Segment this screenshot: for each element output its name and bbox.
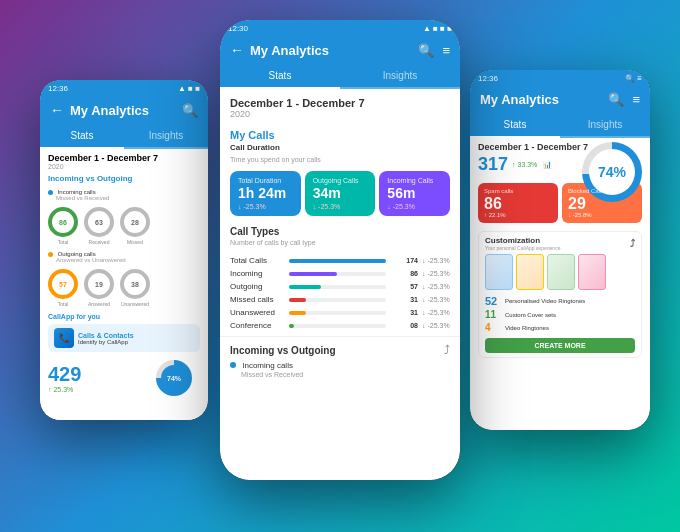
call-type-value-2: 57 bbox=[390, 283, 418, 290]
right-content: December 1 - December 7 74% 317 ↑ 33.3% … bbox=[470, 138, 650, 430]
customization-label: Customization bbox=[485, 236, 560, 245]
center-filter-icon[interactable]: ≡ bbox=[442, 43, 450, 58]
right-tab-insights[interactable]: Insights bbox=[560, 113, 650, 136]
call-type-bar-3 bbox=[289, 298, 306, 302]
custom-cover-label: Custom Cover sets bbox=[505, 312, 556, 318]
total-duration-value: 1h 24m bbox=[238, 186, 293, 201]
center-year: 2020 bbox=[230, 109, 450, 119]
phone-left: 12:36 ▲ ■ ■ ← My Analytics 🔍 Stats Insig… bbox=[40, 80, 208, 420]
call-types-table: Total Calls 174 ↓ -25.3% Incoming 86 ↓ -… bbox=[220, 250, 460, 336]
right-app-header: My Analytics 🔍 ≡ bbox=[470, 86, 650, 113]
right-status-icons: 🔍 ≡ bbox=[625, 74, 642, 83]
call-type-bar-container-0 bbox=[289, 259, 386, 263]
call-type-bar-4 bbox=[289, 311, 306, 315]
right-tab-stats[interactable]: Stats bbox=[470, 113, 560, 138]
incoming-outgoing-label: Incoming vs Outgoing bbox=[230, 345, 336, 356]
call-type-bar-container-2 bbox=[289, 285, 386, 289]
call-type-value-0: 174 bbox=[390, 257, 418, 264]
call-type-change-1: ↓ -25.3% bbox=[422, 270, 450, 277]
thumbnail-row bbox=[485, 254, 635, 290]
call-type-change-4: ↓ -25.3% bbox=[422, 309, 450, 316]
call-type-value-4: 31 bbox=[390, 309, 418, 316]
call-type-row: Total Calls 174 ↓ -25.3% bbox=[230, 254, 450, 267]
call-type-label-2: Outgoing bbox=[230, 282, 285, 291]
create-more-button[interactable]: CREATE MORE bbox=[485, 338, 635, 353]
video-ringtone-label: Video Ringtones bbox=[505, 325, 549, 331]
customization-header: Customization Your personal CallApp expe… bbox=[485, 236, 635, 251]
call-type-row: Conference 08 ↓ -25.3% bbox=[230, 319, 450, 332]
callapp-text: Calls & Contacts Identify by CallApp bbox=[78, 332, 134, 345]
right-filter-icon[interactable]: ≡ bbox=[632, 92, 640, 107]
video-ringtone-num: 4 bbox=[485, 322, 501, 333]
center-app-header: ← My Analytics 🔍 ≡ bbox=[220, 36, 460, 64]
phones-container: 12:36 ▲ ■ ■ ← My Analytics 🔍 Stats Insig… bbox=[0, 0, 680, 532]
call-type-row: Outgoing 57 ↓ -25.3% bbox=[230, 280, 450, 293]
call-type-bar-container-5 bbox=[289, 324, 386, 328]
center-header-icons: 🔍 ≡ bbox=[418, 43, 450, 58]
video-ringtone-row: 4 Video Ringtones bbox=[485, 321, 635, 334]
blocked-card: Blocked Calls 29 ↓ -25.8% bbox=[562, 183, 642, 223]
call-type-value-1: 86 bbox=[390, 270, 418, 277]
incoming-calls-label: Incoming Calls bbox=[387, 177, 442, 184]
center-back-icon[interactable]: ← bbox=[230, 42, 244, 58]
left-outgoing-label: Outgoing calls Answered vs Unanswered bbox=[40, 249, 208, 265]
left-incoming-total-donut: 86 bbox=[48, 207, 78, 237]
left-section-heading: Incoming vs Outgoing bbox=[40, 170, 208, 187]
call-type-label-5: Conference bbox=[230, 321, 285, 330]
incoming-label: Incoming calls bbox=[242, 361, 293, 370]
center-status-icons: ▲ ■ ■ ■ bbox=[423, 24, 452, 33]
incoming-calls-value: 56m bbox=[387, 186, 442, 201]
call-type-bar-5 bbox=[289, 324, 294, 328]
call-type-value-3: 31 bbox=[390, 296, 418, 303]
call-type-label-4: Unanswered bbox=[230, 308, 285, 317]
callapp-icon: 📞 bbox=[54, 328, 74, 348]
left-outgoing-answered-donut: 19 bbox=[84, 269, 114, 299]
left-tab-stats[interactable]: Stats bbox=[40, 124, 124, 149]
right-search-icon[interactable]: 🔍 bbox=[608, 92, 624, 107]
call-type-label-0: Total Calls bbox=[230, 256, 285, 265]
spam-change: ↑ 22.1% bbox=[484, 212, 552, 218]
call-type-bar-container-3 bbox=[289, 298, 386, 302]
left-header-title: My Analytics bbox=[70, 103, 176, 118]
outgoing-calls-value: 34m bbox=[313, 186, 368, 201]
right-big-number: 317 bbox=[478, 154, 508, 175]
right-phone-screen: 12:36 🔍 ≡ My Analytics 🔍 ≡ Stats Insight… bbox=[470, 70, 650, 430]
right-time: 12:36 bbox=[478, 74, 498, 83]
left-incoming-donuts: 86 Total 63 Received 28 Mis bbox=[40, 203, 208, 249]
customization-sub: Your personal CallApp experience bbox=[485, 245, 560, 251]
incoming-label-row: Incoming calls Missed vs Received bbox=[230, 361, 450, 379]
call-type-bar-0 bbox=[289, 259, 386, 263]
left-date-range: December 1 - December 7 bbox=[40, 149, 208, 163]
customization-share-icon[interactable]: ⤴ bbox=[630, 238, 635, 249]
thumbnail-1 bbox=[485, 254, 513, 290]
incoming-calls-change: ↓ -25.3% bbox=[387, 203, 442, 210]
incoming-calls-card: Incoming Calls 56m ↓ -25.3% bbox=[379, 171, 450, 216]
call-types-sub: Number of calls by call type bbox=[220, 239, 460, 250]
customization-box: Customization Your personal CallApp expe… bbox=[478, 231, 642, 358]
left-phone-screen: 12:36 ▲ ■ ■ ← My Analytics 🔍 Stats Insig… bbox=[40, 80, 208, 420]
call-type-label-1: Incoming bbox=[230, 269, 285, 278]
left-search-icon[interactable]: 🔍 bbox=[182, 103, 198, 118]
incoming-dot bbox=[230, 362, 236, 368]
left-big-number: 429 bbox=[48, 363, 81, 386]
left-time: 12:36 bbox=[48, 84, 68, 93]
center-search-icon[interactable]: 🔍 bbox=[418, 43, 434, 58]
share-icon[interactable]: ⤴ bbox=[444, 343, 450, 357]
right-date-range: December 1 - December 7 bbox=[478, 142, 588, 152]
left-callapp-box: 📞 Calls & Contacts Identify by CallApp bbox=[48, 324, 200, 352]
call-type-row: Incoming 86 ↓ -25.3% bbox=[230, 267, 450, 280]
call-duration-label: Call Duration bbox=[220, 143, 460, 156]
right-bar-chart-icon: 📊 bbox=[543, 161, 552, 169]
left-back-icon[interactable]: ← bbox=[50, 102, 64, 118]
callapp-section-label: CallApp for you bbox=[40, 311, 208, 320]
call-duration-sub: Time you spend on your calls bbox=[220, 156, 460, 167]
center-time: 12:30 bbox=[228, 24, 248, 33]
center-phone-screen: 12:30 ▲ ■ ■ ■ ← My Analytics 🔍 ≡ Stats I… bbox=[220, 20, 460, 480]
center-tab-stats[interactable]: Stats bbox=[220, 64, 340, 89]
left-tab-insights[interactable]: Insights bbox=[124, 124, 208, 147]
call-type-bar-2 bbox=[289, 285, 321, 289]
right-big-change: ↑ 33.3% bbox=[512, 161, 537, 168]
my-calls-heading: My Calls bbox=[220, 123, 460, 143]
left-incoming-missed-donut: 28 bbox=[120, 207, 150, 237]
center-tab-insights[interactable]: Insights bbox=[340, 64, 460, 87]
